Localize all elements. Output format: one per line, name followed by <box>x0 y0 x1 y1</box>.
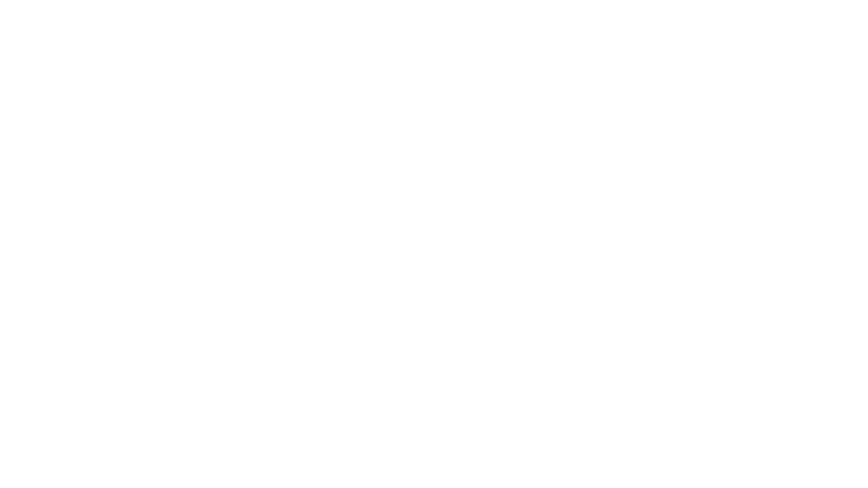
diagram-container <box>0 0 868 488</box>
connectors-svg <box>0 0 868 488</box>
